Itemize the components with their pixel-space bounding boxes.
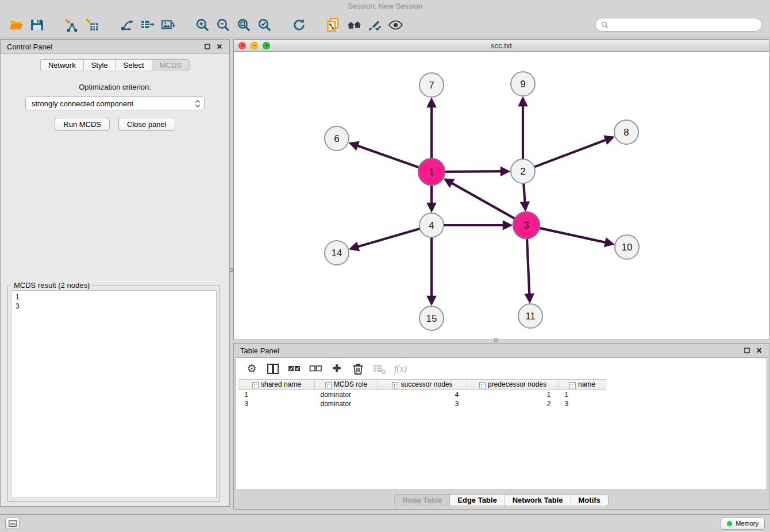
- table-cell[interactable]: 1: [559, 390, 606, 399]
- table-cell[interactable]: 1: [467, 390, 559, 399]
- import-table-button[interactable]: [82, 14, 102, 35]
- open-session-button[interactable]: [6, 14, 26, 35]
- network-node-15[interactable]: 15: [419, 306, 444, 330]
- tab-mcds[interactable]: MCDS: [152, 59, 190, 71]
- table-cell[interactable]: 4: [378, 390, 467, 399]
- network-node-3[interactable]: 3: [513, 212, 540, 238]
- column-header-label: shared name: [261, 380, 301, 388]
- fx-icon: f(x): [394, 364, 407, 374]
- zoom-selected-button[interactable]: [254, 14, 275, 35]
- network-edge-4-14[interactable]: [351, 229, 420, 249]
- table-settings-button[interactable]: ⚙: [244, 361, 259, 376]
- apply-style-button[interactable]: [364, 14, 385, 35]
- table-cell[interactable]: 2: [467, 399, 559, 408]
- show-panels-button[interactable]: [5, 518, 20, 529]
- save-session-button[interactable]: [26, 14, 47, 35]
- first-neighbors-button[interactable]: [344, 14, 364, 35]
- tab-select[interactable]: Select: [116, 59, 152, 71]
- close-table-panel-icon[interactable]: [756, 347, 763, 354]
- zoom-in-button[interactable]: [192, 14, 213, 35]
- table-cell[interactable]: dominator: [315, 399, 378, 408]
- column-header-successor-nodes[interactable]: successor nodes: [378, 380, 467, 390]
- network-node-9[interactable]: 9: [511, 72, 535, 96]
- export-image-button[interactable]: [157, 14, 178, 35]
- float-table-panel-icon[interactable]: [744, 347, 750, 354]
- network-node-7[interactable]: 7: [419, 73, 444, 97]
- import-network-button[interactable]: [61, 14, 82, 35]
- application-window: Session: New Session: [0, 0, 770, 532]
- network-canvas[interactable]: 7968124314101511: [234, 52, 769, 340]
- select-all-button[interactable]: [287, 361, 302, 376]
- duplicate-network-button[interactable]: [323, 14, 344, 35]
- network-edge-2-8[interactable]: [534, 137, 613, 167]
- run-mcds-button[interactable]: Run MCDS: [55, 118, 110, 131]
- table-row[interactable]: 3dominator323: [239, 399, 606, 408]
- optimization-dropdown[interactable]: strongly connected component: [25, 97, 205, 110]
- show-columns-button[interactable]: [265, 361, 280, 376]
- add-column-button[interactable]: ✚: [329, 361, 344, 376]
- zoom-fit-button[interactable]: [233, 14, 254, 35]
- network-edge-1-6[interactable]: [351, 144, 419, 168]
- table-tab-node-table[interactable]: Node Table: [394, 494, 449, 506]
- network-edge-1-2[interactable]: [445, 171, 508, 172]
- table-tabs: Node TableEdge TableNetwork TableMotifs: [234, 494, 769, 506]
- table-cell[interactable]: dominator: [315, 390, 378, 399]
- network-node-6[interactable]: 6: [325, 126, 349, 151]
- column-header-predecessor-nodes[interactable]: predecessor nodes: [467, 380, 559, 390]
- delete-table-button[interactable]: [372, 361, 387, 376]
- splitter-grip-horizontal[interactable]: [494, 338, 498, 342]
- delete-column-button[interactable]: [351, 361, 365, 376]
- search-field[interactable]: [595, 18, 762, 32]
- export-network-button[interactable]: [116, 14, 137, 35]
- table-tab-network-table[interactable]: Network Table: [505, 494, 571, 506]
- tab-network[interactable]: Network: [40, 59, 83, 71]
- network-node-8[interactable]: 8: [614, 120, 638, 144]
- column-header-name[interactable]: name: [559, 380, 606, 390]
- table-cell[interactable]: 3: [378, 399, 467, 408]
- close-panel-button[interactable]: Close panel: [118, 118, 175, 131]
- network-node-1[interactable]: 1: [418, 159, 445, 185]
- network-node-2[interactable]: 2: [511, 159, 535, 183]
- function-builder-button[interactable]: f(x): [393, 361, 408, 376]
- network-node-11[interactable]: 11: [518, 304, 542, 328]
- column-header-shared-name[interactable]: shared name: [239, 380, 315, 390]
- maximize-window-button[interactable]: [263, 42, 270, 49]
- table-tab-edge-table[interactable]: Edge Table: [449, 494, 504, 506]
- sort-icon: [325, 382, 332, 388]
- close-window-button[interactable]: [238, 42, 246, 49]
- show-hide-button[interactable]: [385, 14, 406, 35]
- network-node-14[interactable]: 14: [325, 241, 349, 265]
- mcds-buttons-row: Run MCDS Close panel: [1, 118, 229, 131]
- svg-text:4: 4: [429, 220, 434, 231]
- table-cell[interactable]: 1: [239, 390, 315, 399]
- minimize-window-button[interactable]: [251, 42, 258, 49]
- mcds-result-list[interactable]: 13: [11, 290, 217, 498]
- table-cell[interactable]: 3: [559, 399, 606, 408]
- refresh-button[interactable]: [288, 14, 309, 35]
- network-edge-3-11[interactable]: [527, 238, 530, 301]
- export-table-button[interactable]: [137, 14, 157, 35]
- export-image-icon: [160, 17, 176, 33]
- zoom-selected-icon: [257, 17, 272, 33]
- search-input[interactable]: [611, 20, 756, 29]
- close-panel-icon[interactable]: [216, 43, 223, 50]
- memory-button[interactable]: Memory: [721, 518, 765, 530]
- float-panel-icon[interactable]: [204, 43, 211, 50]
- network-edge-2-3[interactable]: [523, 183, 525, 209]
- tab-style[interactable]: Style: [83, 59, 116, 71]
- unselect-all-button[interactable]: [308, 361, 323, 376]
- network-edge-3-10[interactable]: [540, 228, 613, 244]
- network-node-4[interactable]: 4: [419, 213, 444, 237]
- control-panel: Control Panel NetworkStyleSelectMCDS Opt…: [0, 39, 230, 507]
- table-tab-motifs[interactable]: Motifs: [571, 494, 609, 506]
- column-header-label: MCDS role: [334, 380, 368, 388]
- splitter-grip-vertical[interactable]: [229, 268, 233, 272]
- network-node-10[interactable]: 10: [615, 235, 639, 259]
- column-header-mcds-role[interactable]: MCDS role: [315, 380, 378, 390]
- svg-text:7: 7: [429, 80, 434, 91]
- network-edge-3-1[interactable]: [445, 180, 515, 219]
- table-row[interactable]: 1dominator411: [239, 390, 606, 399]
- zoom-out-button[interactable]: [213, 14, 233, 35]
- sort-icon: [252, 382, 259, 388]
- table-cell[interactable]: 3: [239, 399, 315, 408]
